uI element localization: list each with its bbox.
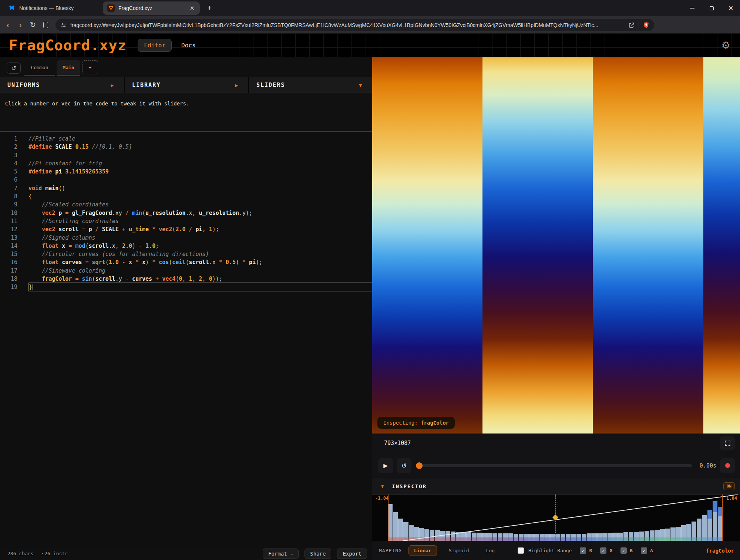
sliders-panel: Click a number or vec in the code to twe… (0, 93, 372, 132)
uniforms-section-header[interactable]: UNIFORMS ▶ (0, 77, 125, 93)
code-line-2[interactable]: 2#define SCALE 0.15 //[0.1, 0.5] (0, 143, 372, 151)
line-content: float curves = sqrt(1.0 - x * x) * cos(c… (28, 258, 372, 266)
library-section-header[interactable]: LIBRARY ▶ (125, 77, 249, 93)
inspector-on-toggle[interactable]: ON (723, 482, 735, 490)
new-tab-button[interactable]: + (204, 3, 215, 13)
playback-controls: ▶ ↺ 0.00s (372, 453, 740, 478)
shader-column-1 (372, 57, 482, 434)
collapsible-sections: UNIFORMS ▶ LIBRARY ▶ SLIDERS ▼ (0, 77, 372, 93)
mapping-linear-button[interactable]: Linear (408, 545, 437, 556)
tab-close-icon[interactable]: ✕ (189, 5, 195, 12)
editor-panel: ↺ Common Main + UNIFORMS ▶ LIBRARY ▶ SLI… (0, 57, 372, 560)
time-slider[interactable] (417, 464, 692, 467)
tab-main[interactable]: Main (57, 60, 80, 75)
inspector-header[interactable]: ▼ INSPECTOR ON (372, 478, 740, 494)
record-button[interactable] (720, 458, 735, 473)
mapping-target[interactable]: fragColor (706, 548, 734, 554)
fullscreen-button[interactable] (720, 436, 735, 450)
line-content: #define pi 3.14159265359 (28, 168, 372, 176)
sliders-hint-text: Click a number or vec in the code to twe… (5, 101, 372, 107)
sliders-section-header[interactable]: SLIDERS ▼ (249, 77, 372, 93)
code-line-15[interactable]: 15 //Circular curves (cos for alternatin… (0, 250, 372, 258)
code-line-4[interactable]: 4//Pi constant for trig (0, 159, 372, 168)
histogram[interactable]: -1.04 1.04 (372, 494, 740, 541)
channel-g-checkbox[interactable]: ✓ (600, 547, 606, 554)
line-number: 19 (0, 283, 28, 291)
channel-r-checkbox[interactable]: ✓ (580, 547, 586, 554)
tab-bluesky[interactable]: Notifications — Bluesky (4, 1, 100, 15)
histogram-plot (388, 495, 723, 541)
close-window-button[interactable]: ✕ (724, 2, 738, 14)
code-line-6[interactable]: 6 (0, 176, 372, 184)
site-settings-icon[interactable] (60, 22, 67, 28)
tab-fragcoord[interactable]: FragCoord.xyz ✕ (103, 1, 200, 15)
brave-shield-icon[interactable] (643, 21, 650, 29)
tab-common[interactable]: Common (24, 60, 55, 75)
resolution-value: 793×1087 (384, 440, 411, 446)
code-line-1[interactable]: 1//Pillar scale (0, 135, 372, 143)
mapping-label: MAPPING (379, 548, 402, 553)
code-line-14[interactable]: 14 float x = mod(scroll.x, 2.0) - 1.0; (0, 242, 372, 250)
code-line-19[interactable]: 19} (0, 283, 372, 291)
url-text[interactable]: fragcoord.xyz/#s=eyJwIjpbeyJuIjoiTWFpbiI… (70, 22, 628, 28)
add-tab-button[interactable]: + (82, 60, 98, 74)
line-content: { (28, 192, 372, 200)
line-number: 7 (0, 184, 28, 192)
histogram-bar (393, 512, 398, 541)
maximize-button[interactable] (704, 2, 719, 14)
reset-shader-button[interactable]: ↺ (7, 63, 21, 74)
settings-gear-icon[interactable]: ⚙ (722, 40, 730, 51)
instruction-count: ~26 instr (41, 551, 67, 556)
line-content: //Signed columns (28, 234, 372, 242)
line-content: //Circular curves (cos for alternating d… (28, 250, 372, 258)
code-line-9[interactable]: 9 //Scaled coordinates (0, 200, 372, 209)
app-logo[interactable]: FragCoord.xyz (9, 37, 127, 54)
highlight-range-checkbox[interactable] (518, 547, 524, 554)
code-line-12[interactable]: 12 vec2 scroll = p / SCALE + u_time * ve… (0, 225, 372, 233)
line-content: //Pillar scale (28, 135, 372, 143)
code-line-13[interactable]: 13 //Signed columns (0, 234, 372, 242)
play-button[interactable]: ▶ (378, 458, 393, 473)
text-cursor (33, 284, 33, 290)
code-line-11[interactable]: 11 //Scrolling coordinates (0, 217, 372, 225)
reload-button[interactable]: ↻ (28, 19, 38, 30)
code-line-3[interactable]: 3 (0, 151, 372, 159)
code-line-10[interactable]: 10 vec2 p = gl_FragCoord.xy / min(u_reso… (0, 209, 372, 217)
range-max-handle[interactable] (722, 495, 723, 541)
inspector-title: INSPECTOR (392, 483, 427, 489)
format-button[interactable]: Format▾ (263, 549, 299, 559)
forward-button[interactable]: › (16, 19, 25, 30)
range-min-handle[interactable] (388, 495, 388, 541)
line-content: //Scrolling coordinates (28, 217, 372, 225)
back-button[interactable]: ‹ (3, 19, 13, 30)
mapping-log-button[interactable]: Log (481, 546, 500, 556)
code-line-8[interactable]: 8{ (0, 192, 372, 200)
nav-editor-button[interactable]: Editor (138, 39, 172, 52)
code-line-16[interactable]: 16 float curves = sqrt(1.0 - x * x) * co… (0, 258, 372, 266)
nav-docs-link[interactable]: Docs (181, 42, 196, 49)
highlight-range-label: Highlight Range (528, 548, 572, 553)
code-line-17[interactable]: 17 //Sinewave coloring (0, 267, 372, 275)
shader-canvas[interactable]: Inspecting: fragColor (372, 57, 740, 434)
code-line-18[interactable]: 18 fragColor = sin(scroll.y - curves + v… (0, 275, 372, 283)
code-line-5[interactable]: 5#define pi 3.14159265359 (0, 168, 372, 176)
library-label: LIBRARY (132, 82, 161, 88)
line-content: #define SCALE 0.15 //[0.1, 0.5] (28, 143, 372, 151)
code-editor[interactable]: 1//Pillar scale2#define SCALE 0.15 //[0.… (0, 132, 372, 547)
code-line-7[interactable]: 7void main() (0, 184, 372, 192)
line-content (28, 151, 372, 159)
tab-title: FragCoord.xyz (118, 5, 185, 11)
channel-a-checkbox[interactable]: ✓ (641, 547, 647, 554)
reader-icon[interactable] (41, 19, 50, 30)
minimize-button[interactable] (685, 2, 699, 14)
export-button[interactable]: Export (337, 549, 367, 559)
mapping-sigmoid-button[interactable]: Sigmoid (444, 546, 474, 556)
browser-tabstrip: Notifications — Bluesky FragCoord.xyz ✕ … (0, 0, 740, 16)
share-icon[interactable] (628, 22, 635, 28)
time-slider-thumb[interactable] (416, 462, 423, 469)
url-bar[interactable]: fragcoord.xyz/#s=eyJwIjpbeyJuIjoiTWFpbiI… (56, 19, 654, 31)
share-button[interactable]: Share (305, 549, 331, 559)
restart-button[interactable]: ↺ (397, 458, 411, 473)
channel-b-checkbox[interactable]: ✓ (620, 547, 627, 554)
shader-tabs-row: ↺ Common Main + (0, 57, 372, 77)
